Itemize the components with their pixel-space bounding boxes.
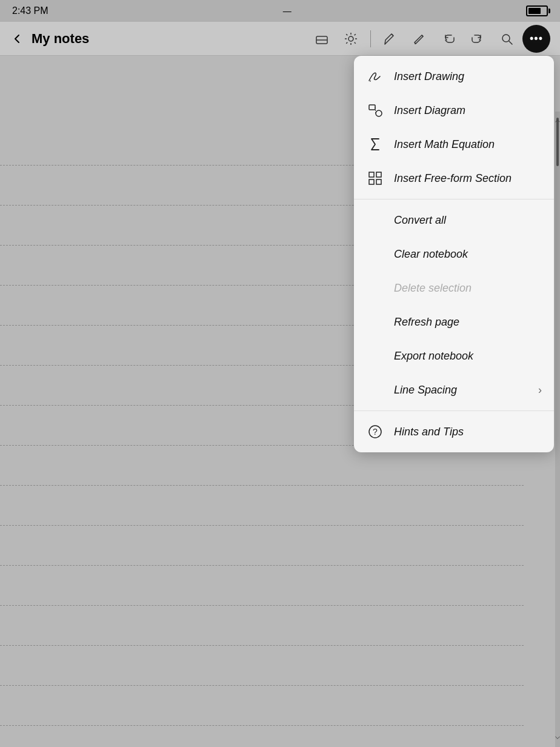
menu-item-delete-selection[interactable]: Delete selection xyxy=(354,271,554,305)
search-icon xyxy=(499,32,514,46)
insert-diagram-label: Insert Diagram xyxy=(394,104,465,117)
grid-icon xyxy=(367,170,383,186)
clear-notebook-icon xyxy=(366,245,384,263)
svg-line-9 xyxy=(355,34,356,35)
toolbar-divider xyxy=(370,30,371,47)
eraser-button[interactable] xyxy=(308,25,335,52)
menu-section-help: ? Hints and Tips xyxy=(354,411,554,452)
chevron-down-icon xyxy=(555,735,560,740)
insert-math-label: Insert Math Equation xyxy=(394,138,495,151)
svg-rect-18 xyxy=(369,172,374,177)
menu-item-export-notebook[interactable]: Export notebook xyxy=(354,339,554,373)
notebook-line xyxy=(0,645,524,646)
diagram-icon xyxy=(367,102,383,118)
drawing-icon xyxy=(367,69,383,84)
undo-icon xyxy=(441,32,456,46)
svg-rect-21 xyxy=(376,179,381,184)
menu-item-insert-drawing[interactable]: Insert Drawing xyxy=(354,59,554,93)
page-title: My notes xyxy=(32,31,89,47)
export-notebook-label: Export notebook xyxy=(394,350,473,363)
redo-icon xyxy=(470,32,485,46)
question-circle-icon: ? xyxy=(367,424,383,440)
notebook-line xyxy=(0,485,524,486)
svg-line-10 xyxy=(346,42,347,43)
delete-selection-label: Delete selection xyxy=(394,282,472,295)
battery-icon xyxy=(526,5,548,16)
notebook-line xyxy=(0,725,524,726)
menu-item-insert-math[interactable]: Insert Math Equation xyxy=(354,127,554,161)
pen-icon xyxy=(383,32,398,46)
convert-all-icon xyxy=(366,211,384,229)
menu-item-insert-freeform[interactable]: Insert Free-form Section xyxy=(354,161,554,195)
battery-fill xyxy=(528,8,541,14)
more-dots-icon: ••• xyxy=(530,32,543,45)
refresh-page-label: Refresh page xyxy=(394,316,459,329)
notebook-line xyxy=(0,605,524,606)
insert-freeform-label: Insert Free-form Section xyxy=(394,172,512,185)
status-center: — xyxy=(283,6,292,16)
toolbar: My notes xyxy=(0,22,560,56)
brightness-icon xyxy=(344,32,358,46)
convert-all-label: Convert all xyxy=(394,214,446,227)
svg-rect-20 xyxy=(369,179,374,184)
scroll-up-button[interactable] xyxy=(555,112,560,130)
svg-line-8 xyxy=(355,42,356,43)
hints-tips-icon: ? xyxy=(366,423,384,441)
status-time: 2:43 PM xyxy=(12,5,48,16)
svg-line-14 xyxy=(509,41,512,44)
battery-indicator xyxy=(526,5,548,16)
menu-section-insert: Insert Drawing Insert Diagram Insert Mat… xyxy=(354,56,554,199)
scroll-down-button[interactable] xyxy=(555,729,560,747)
highlighter-icon xyxy=(412,32,427,46)
insert-drawing-icon xyxy=(366,67,384,85)
menu-item-refresh-page[interactable]: Refresh page xyxy=(354,305,554,339)
menu-item-convert-all[interactable]: Convert all xyxy=(354,203,554,237)
redo-button[interactable] xyxy=(464,25,491,52)
dropdown-menu: Insert Drawing Insert Diagram Insert Mat… xyxy=(354,56,554,452)
insert-math-icon xyxy=(366,135,384,153)
chevron-up-icon xyxy=(555,118,560,123)
notebook-line xyxy=(0,685,524,686)
menu-section-actions: Convert all Clear notebook Delete select… xyxy=(354,199,554,411)
search-button[interactable] xyxy=(493,25,520,52)
refresh-page-icon xyxy=(366,313,384,331)
status-bar: 2:43 PM — xyxy=(0,0,560,22)
pen-button[interactable] xyxy=(377,25,404,52)
svg-line-11 xyxy=(392,34,393,36)
line-spacing-icon xyxy=(366,381,384,399)
menu-item-hints-tips[interactable]: ? Hints and Tips xyxy=(354,415,554,449)
highlighter-button[interactable] xyxy=(406,25,433,52)
line-spacing-label: Line Spacing xyxy=(394,384,457,397)
sigma-icon xyxy=(367,136,383,152)
svg-point-13 xyxy=(502,35,510,42)
export-notebook-icon xyxy=(366,347,384,365)
svg-point-16 xyxy=(376,110,382,116)
hints-tips-label: Hints and Tips xyxy=(394,426,464,438)
svg-rect-15 xyxy=(369,105,375,110)
svg-line-17 xyxy=(375,107,376,113)
toolbar-right: ••• xyxy=(308,25,550,53)
insert-diagram-icon xyxy=(366,101,384,119)
insert-freeform-icon xyxy=(366,169,384,187)
clear-notebook-label: Clear notebook xyxy=(394,248,468,261)
svg-point-2 xyxy=(348,36,353,41)
svg-line-7 xyxy=(346,34,347,35)
menu-item-clear-notebook[interactable]: Clear notebook xyxy=(354,237,554,271)
menu-item-insert-diagram[interactable]: Insert Diagram xyxy=(354,93,554,127)
delete-selection-icon xyxy=(366,279,384,297)
eraser-icon xyxy=(315,32,329,46)
more-button[interactable]: ••• xyxy=(522,25,550,53)
svg-rect-19 xyxy=(376,172,381,177)
notebook-line xyxy=(0,565,524,566)
notebook-line xyxy=(0,525,524,526)
line-spacing-chevron-icon: › xyxy=(538,384,542,397)
svg-text:?: ? xyxy=(373,427,378,437)
back-arrow-icon xyxy=(10,32,24,46)
undo-button[interactable] xyxy=(435,25,462,52)
insert-drawing-label: Insert Drawing xyxy=(394,70,464,83)
menu-item-line-spacing[interactable]: Line Spacing › xyxy=(354,373,554,407)
brightness-button[interactable] xyxy=(338,25,364,52)
toolbar-left: My notes xyxy=(10,31,308,47)
scrollbar[interactable] xyxy=(555,112,560,747)
back-button[interactable] xyxy=(10,32,24,46)
